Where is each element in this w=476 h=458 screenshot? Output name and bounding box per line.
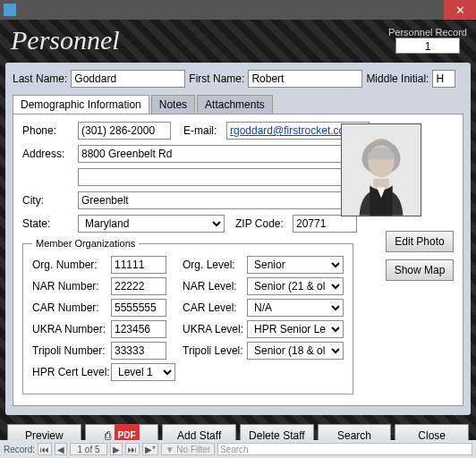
- app-title: Personnel: [5, 25, 120, 55]
- phone-label: Phone:: [22, 124, 72, 137]
- nav-position[interactable]: 1 of 5: [70, 443, 107, 455]
- address-label: Address:: [22, 148, 72, 160]
- car-level-label: CAR Level:: [183, 301, 247, 314]
- window-body: Personnel Personnel Record 1 Last Name: …: [0, 20, 476, 458]
- tab-attachments[interactable]: Attachments: [197, 95, 273, 114]
- nav-new-icon[interactable]: ▶*: [142, 443, 158, 455]
- member-organizations-group: Member Organizations Org. Number: Org. L…: [22, 238, 353, 394]
- middle-initial-input[interactable]: [432, 70, 455, 88]
- show-map-button[interactable]: Show Map: [386, 259, 454, 281]
- hpr-cert-label: HPR Cert Level:: [32, 366, 111, 378]
- org-number-input[interactable]: [111, 256, 166, 274]
- member-organizations-legend: Member Organizations: [32, 238, 139, 249]
- last-name-label: Last Name:: [13, 72, 67, 85]
- first-name-input[interactable]: [248, 70, 362, 88]
- last-name-input[interactable]: [71, 70, 185, 88]
- state-label: State:: [22, 217, 72, 230]
- ukra-number-label: UKRA Number:: [32, 323, 111, 335]
- form-area: Last Name: First Name: Middle Initial: D…: [5, 63, 471, 415]
- personnel-photo: [341, 123, 421, 216]
- org-level-select[interactable]: Senior: [247, 256, 344, 274]
- phone-input[interactable]: [78, 122, 171, 140]
- state-select[interactable]: Maryland: [78, 215, 225, 233]
- city-input[interactable]: [78, 191, 355, 209]
- record-number: 1: [395, 38, 460, 54]
- ukra-level-select[interactable]: HPR Senior Level: [247, 320, 344, 338]
- tripoli-level-label: Tripoli Level:: [183, 344, 247, 357]
- first-name-label: First Name:: [189, 72, 244, 85]
- email-link[interactable]: rgoddard@firstrocket.com: [230, 124, 353, 137]
- window-close-button[interactable]: ✕: [444, 0, 476, 20]
- org-level-label: Org. Level:: [183, 259, 247, 271]
- nar-number-label: NAR Number:: [32, 280, 111, 293]
- nav-last-icon[interactable]: ⏭: [125, 443, 140, 455]
- nav-search-box[interactable]: Search: [217, 443, 472, 455]
- edit-photo-button[interactable]: Edit Photo: [386, 231, 454, 252]
- tripoli-number-label: Tripoli Number:: [32, 344, 111, 357]
- tripoli-level-select[interactable]: Senior (18 & older): [247, 342, 344, 360]
- app-icon: [4, 4, 16, 16]
- nar-number-input[interactable]: [111, 277, 166, 295]
- tab-panel-demographic: Edit Photo Show Map Phone: E-mail: rgodd…: [13, 114, 463, 406]
- org-number-label: Org. Number:: [32, 259, 111, 271]
- address2-input[interactable]: [78, 168, 355, 186]
- ukra-number-input[interactable]: [111, 320, 166, 338]
- filter-icon: ▼: [166, 445, 174, 454]
- tab-strip: Demographic Information Notes Attachment…: [13, 95, 463, 114]
- ukra-level-label: UKRA Level:: [183, 323, 247, 335]
- filter-indicator[interactable]: ▼ No Filter: [161, 443, 215, 455]
- car-number-input[interactable]: [111, 299, 166, 317]
- tab-demographic[interactable]: Demographic Information: [13, 95, 149, 114]
- address1-input[interactable]: [78, 145, 355, 163]
- nar-level-select[interactable]: Senior (21 & older): [247, 277, 344, 295]
- window-titlebar: ✕: [0, 0, 476, 20]
- city-label: City:: [22, 194, 72, 207]
- email-label: E-mail:: [183, 124, 221, 137]
- nav-prev-icon[interactable]: ◀: [55, 443, 67, 455]
- car-level-select[interactable]: N/A: [247, 299, 344, 317]
- hpr-cert-select[interactable]: Level 1: [111, 363, 175, 381]
- zip-label: ZIP Code:: [235, 217, 287, 230]
- record-label: Personnel Record: [388, 27, 467, 38]
- nav-first-icon[interactable]: ⏮: [38, 443, 52, 455]
- middle-initial-label: Middle Initial:: [366, 72, 429, 85]
- record-nav-label: Record:: [4, 445, 35, 454]
- nar-level-label: NAR Level:: [183, 280, 247, 293]
- car-number-label: CAR Number:: [32, 301, 111, 314]
- record-navigator: Record: ⏮ ◀ 1 of 5 ▶ ⏭ ▶* ▼ No Filter Se…: [0, 440, 476, 458]
- tab-notes[interactable]: Notes: [151, 95, 195, 114]
- nav-next-icon[interactable]: ▶: [110, 443, 123, 455]
- tripoli-number-input[interactable]: [111, 342, 166, 360]
